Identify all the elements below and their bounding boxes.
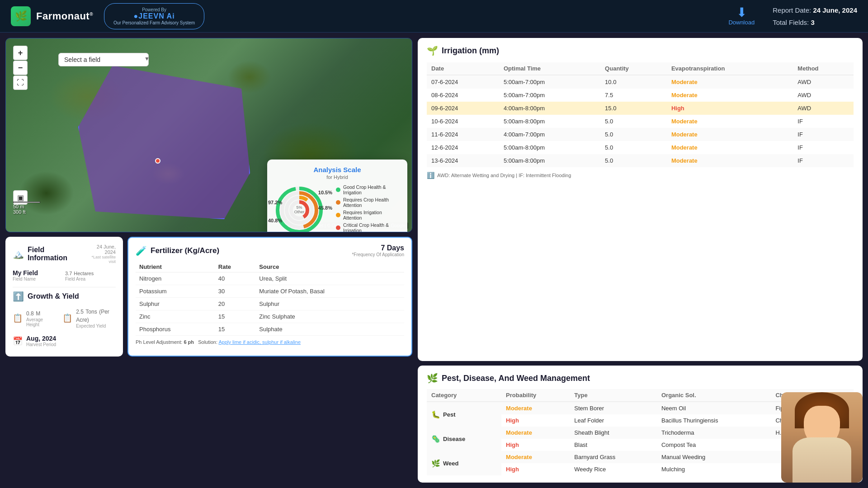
- harvest-sub: Harvest Period: [26, 342, 56, 347]
- fert-title-area: 🧪 Fertilizer (Kg/Acre): [136, 245, 219, 256]
- field-name-item: My Field Field Name: [13, 269, 63, 282]
- fert-source: Sulphur: [255, 298, 404, 310]
- irr-date: 09-6-2024: [427, 102, 499, 115]
- total-fields-value: 3: [811, 19, 814, 26]
- pest-type: Leaf Folder: [570, 414, 657, 427]
- fert-icon: 🧪: [136, 245, 147, 256]
- analysis-subtitle: for Hybrid: [274, 174, 400, 180]
- field-info-card: 🏔️ Field Information 24 June, 2024 *Last…: [5, 237, 123, 357]
- category-icon: 🐛: [431, 410, 440, 419]
- field-select[interactable]: Select a field: [58, 53, 149, 66]
- yield-value: 2.5 Tons (Per Acre): [76, 307, 116, 324]
- legend-item-irrigation: Requires Irrigation Attention: [336, 210, 400, 221]
- harvest-icon: 📅: [13, 336, 23, 346]
- fert-days-value: 7 Days: [352, 244, 404, 252]
- legend-good-icon: [336, 188, 340, 192]
- pest-type: Stem Borer: [570, 402, 657, 414]
- analysis-title: Analysis Scale: [274, 166, 400, 174]
- field-area-item: 3.7 Hectares Field Area: [65, 269, 116, 282]
- pct-97-label: 97.2%: [268, 200, 282, 205]
- fert-row: Sulphur 20 Sulphur: [136, 298, 404, 310]
- pest-category: 🐛 Pest: [427, 402, 501, 427]
- irr-et: Moderate: [667, 75, 793, 89]
- avatar-container: [781, 392, 863, 483]
- legend-irrigation-icon: [336, 213, 340, 217]
- field-area-value: 3.7 Hectares: [65, 269, 116, 277]
- irr-date: 13-6-2024: [427, 154, 499, 167]
- pest-type: Sheath Blight: [570, 427, 657, 439]
- irr-footer-text: AWD: Alternate Wetting and Drying | IF: …: [437, 173, 571, 178]
- fert-rate: 20: [215, 298, 255, 310]
- pest-col-organic: Organic Sol.: [657, 389, 771, 402]
- irr-et: Moderate: [667, 89, 793, 102]
- height-item: 📋 0.8 M Average Height: [13, 307, 52, 328]
- irrigation-card: 🌱 Irrigation (mm) Date Optimal Time Quan…: [418, 38, 863, 361]
- fert-table: Nutrient Rate Source Nitrogen 40 Urea, S…: [136, 262, 404, 336]
- header: 🌿 Farmonaut® Powered By ●JEEVN Ai Our Pe…: [0, 0, 868, 33]
- fullscreen-button[interactable]: ⛶: [13, 75, 28, 90]
- yield-item: 📋 2.5 Tons (Per Acre) Expected Yield: [62, 307, 116, 328]
- fert-col-rate: Rate: [215, 262, 255, 272]
- irr-table: Date Optimal Time Quantity Evapotranspir…: [427, 62, 854, 167]
- zoom-in-button[interactable]: +: [13, 46, 28, 60]
- field-info-date: 24 June, 2024 *Last satellite visit: [84, 244, 116, 264]
- left-column: + − ⛶ ▣ Select a field ▼ 50 m 300 ft: [5, 38, 412, 483]
- irr-method: IF: [793, 128, 854, 141]
- category-icon: 🌿: [431, 459, 440, 468]
- field-polygon: [78, 66, 250, 219]
- legend-critical-icon: [336, 225, 340, 230]
- pest-col-probability: Probability: [501, 389, 570, 402]
- yield-sub: Expected Yield: [76, 324, 116, 328]
- pest-col-type: Type: [570, 389, 657, 402]
- irr-icon: 🌱: [427, 45, 438, 56]
- irr-et: Moderate: [667, 141, 793, 154]
- download-label: Download: [728, 19, 755, 26]
- irr-method: AWD: [793, 75, 854, 89]
- field-marker: [155, 158, 160, 164]
- fert-ph-label: Ph Level Adjustment:: [136, 339, 182, 345]
- irr-row: 07-6-2024 5:00am-7:00pm 10.0 Moderate AW…: [427, 75, 854, 89]
- yield-icon: 📋: [62, 313, 72, 323]
- irr-time: 4:00am-7:00pm: [499, 128, 600, 141]
- irr-method: IF: [793, 141, 854, 154]
- avatar-body: [793, 437, 851, 483]
- irr-time: 5:00am-7:00pm: [499, 75, 600, 89]
- field-area-sub: Field Area: [65, 277, 116, 282]
- fert-row: Nitrogen 40 Urea, Split: [136, 272, 404, 285]
- irr-header: 🌱 Irrigation (mm): [427, 45, 854, 56]
- category-label: Pest: [443, 411, 455, 418]
- growth-metrics: 📋 0.8 M Average Height 📋 2.5 Tons: [13, 307, 116, 328]
- main-content: + − ⛶ ▣ Select a field ▼ 50 m 300 ft: [0, 33, 868, 488]
- legend-items: Good Crop Health & Irrigation Requires C…: [336, 184, 400, 232]
- pest-col-category: Category: [427, 389, 501, 402]
- pest-icon: 🌿: [427, 373, 438, 384]
- fert-days-sub: *Frequency Of Application: [352, 252, 404, 257]
- download-button[interactable]: ⬇ Download: [728, 6, 755, 26]
- irr-qty: 5.0: [600, 128, 667, 141]
- category-label: Weed: [443, 460, 458, 467]
- jeevn-sub-label: Our Personalized Farm Advisory System: [113, 20, 195, 25]
- header-right: ⬇ Download Report Date: 24 June, 2024 To…: [728, 4, 857, 28]
- fert-solution-label: Solution:: [198, 339, 217, 345]
- map-container: + − ⛶ ▣ Select a field ▼ 50 m 300 ft: [5, 38, 412, 232]
- logo-area: 🌿 Farmonaut®: [11, 6, 93, 26]
- irr-qty: 5.0: [600, 115, 667, 128]
- irr-row: 08-6-2024 5:00am-7:00pm 7.5 Moderate AWD: [427, 89, 854, 102]
- fert-ph-value: 6 ph: [184, 339, 194, 345]
- irr-date: 12-6-2024: [427, 141, 499, 154]
- irr-qty: 7.5: [600, 89, 667, 102]
- fert-solution-value: Apply lime if acidic, sulphur if alkalin…: [218, 339, 301, 345]
- category-icon: 🦠: [431, 435, 440, 443]
- fert-nutrient: Sulphur: [136, 298, 215, 310]
- pest-category: 🌿 Weed: [427, 451, 501, 475]
- zoom-out-button[interactable]: −: [13, 61, 28, 75]
- zoom-controls: + −: [13, 46, 28, 75]
- map-background: + − ⛶ ▣ Select a field ▼ 50 m 300 ft: [6, 38, 412, 232]
- pest-type: Blast: [570, 439, 657, 451]
- irr-date: 07-6-2024: [427, 75, 499, 89]
- jeevn-powered-label: Powered By: [142, 7, 166, 12]
- fert-source: Muriate Of Potash, Basal: [255, 285, 404, 298]
- fert-header: 🧪 Fertilizer (Kg/Acre) 7 Days *Frequency…: [136, 244, 404, 257]
- fert-nutrient: Potassium: [136, 285, 215, 298]
- fert-title: Fertilizer (Kg/Acre): [151, 246, 219, 255]
